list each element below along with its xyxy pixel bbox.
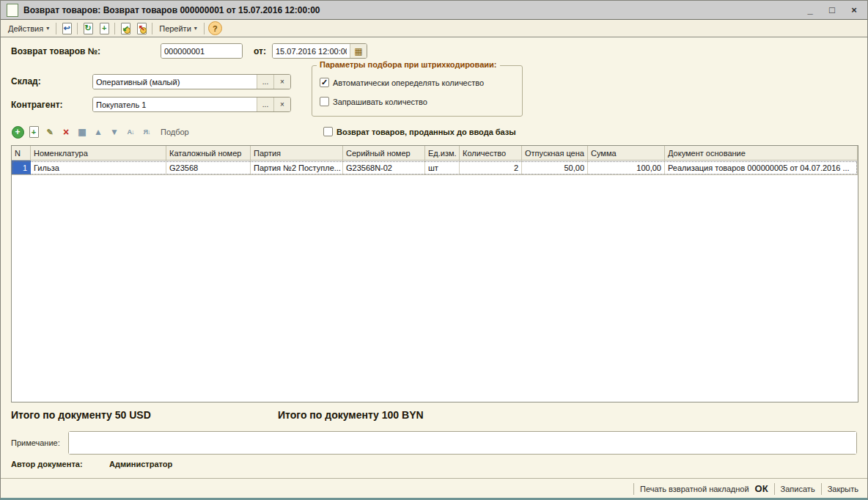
table-cell[interactable]: 2 [460, 161, 522, 174]
checkbox-icon[interactable]: ✓ [320, 78, 329, 87]
table-cell[interactable]: шт [425, 161, 460, 174]
window-title: Возврат товаров: Возврат товаров 0000000… [23, 5, 803, 15]
ok-button[interactable]: ОК [755, 483, 768, 494]
maximize-button[interactable]: □ [825, 4, 839, 17]
document-date-input[interactable] [273, 44, 350, 58]
return-before-base-checkbox-row[interactable]: Возврат товаров, проданных до ввода базы [323, 127, 516, 136]
plus-icon: + [102, 24, 106, 32]
refresh-icon: ↻ [85, 24, 92, 32]
edit-row-button[interactable]: ✎ [43, 125, 56, 139]
table-header-row: NНоменклатураКаталожный номерПартияСерий… [12, 146, 858, 161]
counterparty-clear-button[interactable]: × [273, 98, 290, 111]
column-header: Партия [251, 146, 343, 161]
arrow-in-icon: ↙ [122, 24, 129, 32]
toolbar-separator [77, 23, 78, 34]
sort-ascending-button[interactable]: А↓ [124, 125, 137, 139]
button-separator [774, 483, 775, 495]
warehouse-lookup-button[interactable]: ... [257, 75, 273, 89]
bottom-button-bar: Печать взвратной накладной ОК Записать З… [1, 478, 867, 499]
author-value: Администратор [109, 460, 172, 468]
counterparty-field-wrap: ... × [92, 97, 291, 112]
close-window-button[interactable]: Закрыть [828, 485, 858, 493]
plus-icon: + [32, 128, 36, 136]
goto-menu-button[interactable]: Перейти ▾ [155, 23, 202, 34]
column-header: Документ основание [665, 146, 858, 161]
pencil-icon: ✎ [46, 128, 53, 136]
table-row[interactable]: 1ГильзаG23568Партия №2 Поступле...G23568… [12, 161, 858, 175]
table-cell[interactable]: Реализация товаров 000000005 от 04.07.20… [665, 161, 858, 174]
table-cell[interactable]: 50,00 [522, 161, 588, 174]
auto-quantity-label[interactable]: Автоматически опеределять количество [333, 78, 484, 87]
post-document-button[interactable]: ↩ [60, 22, 73, 35]
items-table[interactable]: NНоменклатураКаталожный номерПартияСерий… [11, 145, 858, 402]
close-button[interactable]: × [847, 4, 861, 17]
total-byn: Итого по документу 100 BYN [278, 409, 424, 421]
warehouse-input[interactable] [93, 75, 257, 89]
column-header: Серийный номер [343, 146, 425, 161]
table-cell[interactable]: G23568 [166, 161, 251, 174]
column-header: Сумма [588, 146, 665, 161]
main-toolbar: Действия ▾ ↩ ↻ + ↙ ↖ Перейти [1, 20, 867, 37]
save-button[interactable]: Записать [781, 485, 815, 493]
calendar-icon[interactable]: ▦ [350, 44, 367, 58]
add-row-button[interactable]: + [11, 125, 24, 139]
post-arrow-icon: ↩ [64, 24, 70, 32]
document-window: Возврат товаров: Возврат товаров 0000000… [0, 0, 868, 500]
create-on-base-button[interactable]: + [98, 22, 111, 35]
table-cell[interactable]: G23568N-02 [343, 161, 425, 174]
column-header: Каталожный номер [166, 146, 251, 161]
counterparty-input[interactable] [93, 98, 257, 111]
register-records-in-button[interactable]: ↙ [119, 22, 132, 35]
sort-asc-icon: А↓ [128, 128, 134, 136]
button-separator [821, 483, 822, 495]
document-date-field-wrap: ▦ [272, 43, 367, 59]
toolbar-separator [56, 23, 56, 34]
minimize-button[interactable]: _ [803, 4, 817, 17]
checkbox-icon[interactable] [323, 127, 333, 136]
refresh-button[interactable]: ↻ [81, 22, 95, 35]
pick-button[interactable]: Подбор [161, 128, 189, 136]
print-return-invoice-button[interactable]: Печать взвратной накладной [640, 485, 749, 493]
title-bar[interactable]: Возврат товаров: Возврат товаров 0000000… [1, 1, 867, 20]
document-number-field-wrap [161, 43, 243, 59]
table-cell[interactable]: 1 [12, 161, 31, 174]
column-header: N [12, 146, 31, 161]
delete-icon: × [63, 127, 69, 137]
table-body: 1ГильзаG23568Партия №2 Поступле...G23568… [12, 161, 858, 175]
ask-quantity-label[interactable]: Запрашивать количество [333, 98, 427, 106]
column-header: Отпускная цена [522, 146, 588, 161]
counterparty-label: Контрагент: [11, 100, 63, 110]
delete-row-button[interactable]: × [59, 125, 73, 139]
date-label: от: [254, 46, 266, 56]
toolbar-separator [204, 23, 205, 34]
end-edit-button[interactable]: ▦ [76, 125, 89, 139]
table-cell[interactable]: Гильза [31, 161, 166, 174]
warehouse-clear-button[interactable]: × [273, 75, 290, 89]
counterparty-lookup-button[interactable]: ... [257, 98, 273, 111]
table-command-bar: + + ✎ × ▦ ▲ ▼ А↓ Я↓ Подбор [10, 124, 189, 140]
return-before-base-label[interactable]: Возврат товаров, проданных до ввода базы [336, 128, 516, 136]
author-label: Автор документа: [11, 460, 83, 468]
move-up-button[interactable]: ▲ [92, 125, 105, 139]
note-field-wrap [68, 431, 857, 455]
move-down-button[interactable]: ▼ [108, 125, 121, 139]
barcode-options-group: Параметры подбора при штрихкодироваии: ✓… [312, 65, 523, 117]
register-records-out-button[interactable]: ↖ [135, 22, 148, 35]
table-cell[interactable]: 100,00 [588, 161, 665, 174]
total-usd: Итого по документу 50 USD [11, 409, 151, 421]
document-number-input[interactable] [161, 44, 242, 58]
actions-menu-button[interactable]: Действия ▾ [4, 23, 54, 34]
button-separator [633, 483, 634, 495]
help-icon[interactable]: ? [208, 21, 222, 35]
auto-quantity-checkbox-row[interactable]: ✓ Автоматически опеределять количество [320, 78, 484, 87]
table-cell[interactable]: Партия №2 Поступле... [251, 161, 343, 174]
ask-quantity-checkbox-row[interactable]: Запрашивать количество [320, 97, 427, 106]
checkbox-icon[interactable] [320, 97, 329, 106]
note-input[interactable] [69, 432, 856, 454]
sort-descending-button[interactable]: Я↓ [140, 125, 153, 139]
warehouse-label: Склад: [11, 76, 41, 87]
document-icon [7, 4, 18, 17]
barcode-options-title: Параметры подбора при штрихкодироваии: [317, 60, 500, 69]
copy-row-button[interactable]: + [27, 125, 40, 139]
toolbar-separator [114, 23, 115, 34]
